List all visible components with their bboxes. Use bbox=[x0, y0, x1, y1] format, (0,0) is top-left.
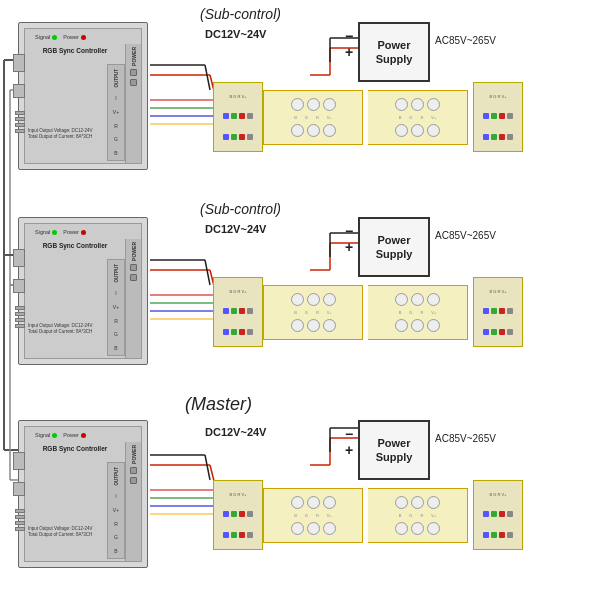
power-supply-label-1: PowerSupply bbox=[376, 38, 413, 67]
row-2: (Sub-control) Signal Power RGB Sync Cont… bbox=[0, 195, 600, 390]
signal-label-1: Signal Power bbox=[35, 34, 86, 40]
ac-label-1: AC85V~265V bbox=[435, 35, 496, 46]
controller-info-1: Input Output Voltage: DC12-24V Total Out… bbox=[28, 128, 93, 142]
power-supply-2: PowerSupply bbox=[358, 217, 430, 277]
controller-title-1: RGB Sync Controller bbox=[27, 47, 123, 55]
controller-title-3: RGB Sync Controller bbox=[27, 445, 123, 453]
signal-label-3: Signal Power bbox=[35, 432, 86, 438]
led-strip-1: B G R V+ bbox=[213, 82, 583, 164]
led-strip-3: B G R V+ bbox=[213, 480, 583, 562]
power-supply-label-3: PowerSupply bbox=[376, 436, 413, 465]
pins-1 bbox=[15, 111, 25, 133]
diagram-container: (Sub-control) Signal Power RGB Sync Cont… bbox=[0, 0, 600, 600]
plus-3: + bbox=[345, 442, 353, 458]
controller-3: Signal Power RGB Sync Controller Input O… bbox=[18, 420, 148, 568]
ac-label-3: AC85V~265V bbox=[435, 433, 496, 444]
dc-label-1: DC12V~24V bbox=[205, 28, 266, 40]
section-label-3: (Master) bbox=[185, 394, 252, 415]
controller-2: Signal Power RGB Sync Controller Input O… bbox=[18, 217, 148, 365]
led-strip-2: B G R V+ bbox=[213, 277, 583, 359]
in-connector-1 bbox=[13, 84, 25, 98]
minus-3: − bbox=[345, 426, 353, 442]
plus-2: + bbox=[345, 239, 353, 255]
controller-title-2: RGB Sync Controller bbox=[27, 242, 123, 250]
controller-info-2: Input Output Voltage: DC12-24V Total Out… bbox=[28, 323, 93, 337]
led-signal-1 bbox=[52, 35, 57, 40]
dc-label-2: DC12V~24V bbox=[205, 223, 266, 235]
dc-label-3: DC12V~24V bbox=[205, 426, 266, 438]
row-1: (Sub-control) Signal Power RGB Sync Cont… bbox=[0, 0, 600, 195]
ddc-connector-1 bbox=[13, 54, 25, 72]
minus-1: − bbox=[345, 28, 353, 44]
signal-label-2: Signal Power bbox=[35, 229, 86, 235]
plus-1: + bbox=[345, 44, 353, 60]
power-supply-label-2: PowerSupply bbox=[376, 233, 413, 262]
section-label-1: (Sub-control) bbox=[200, 6, 281, 22]
power-supply-3: PowerSupply bbox=[358, 420, 430, 480]
controller-info-3: Input Output Voltage: DC12-24V Total Out… bbox=[28, 526, 93, 540]
controller-1: Signal Power RGB Sync Controller Input O… bbox=[18, 22, 148, 170]
section-label-2: (Sub-control) bbox=[200, 201, 281, 217]
led-power-1 bbox=[81, 35, 86, 40]
power-supply-1: PowerSupply bbox=[358, 22, 430, 82]
ac-label-2: AC85V~265V bbox=[435, 230, 496, 241]
output-block-1: OUTPUT I V+ R G B bbox=[107, 64, 125, 161]
row-3: (Master) Signal Power RGB Sync Controlle… bbox=[0, 390, 600, 600]
power-vertical-1: POWER bbox=[125, 44, 141, 163]
minus-2: − bbox=[345, 223, 353, 239]
